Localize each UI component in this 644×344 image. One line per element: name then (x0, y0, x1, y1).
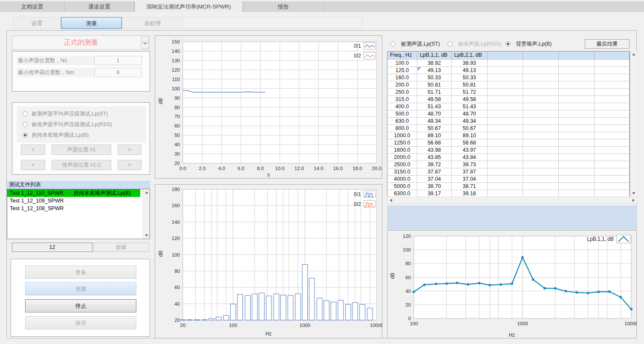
table-cell[interactable] (488, 168, 523, 175)
table-cell[interactable] (595, 81, 630, 88)
mic-position-button[interactable]: 传声器位置 #1-2 (52, 160, 111, 170)
table-cell[interactable]: 50.67 (417, 124, 452, 132)
result-table[interactable]: Freq., HzLpB,1,1, dBLpB,2,1, dB 100.038.… (387, 51, 630, 197)
table-cell[interactable]: 3150.0 (387, 168, 417, 175)
table-cell[interactable]: 1250.0 (387, 139, 417, 146)
table-cell[interactable] (523, 132, 559, 139)
table-cell[interactable] (559, 168, 595, 175)
table-cell[interactable] (523, 81, 559, 88)
table-cell[interactable] (595, 132, 630, 139)
table-cell[interactable] (559, 161, 595, 168)
table-cell[interactable]: 50.81 (452, 81, 488, 88)
table-cell[interactable] (523, 88, 559, 95)
table-cell[interactable] (595, 95, 630, 103)
table-cell[interactable]: 100.0 (387, 59, 417, 66)
table-cell[interactable] (595, 110, 630, 117)
new-file-button[interactable]: 新建 (93, 243, 149, 252)
table-cell[interactable]: 43.97 (452, 146, 488, 153)
table-cell[interactable] (523, 95, 559, 103)
table-cell[interactable]: 39.18 (452, 190, 488, 197)
table-cell[interactable] (488, 74, 523, 81)
measurement-mode-select[interactable]: 正式的测量 (12, 35, 150, 50)
table-cell[interactable] (523, 124, 559, 132)
combo-dropdown-button[interactable] (141, 37, 149, 49)
table-cell[interactable]: 2000.0 (387, 153, 417, 161)
table-cell[interactable] (595, 88, 630, 95)
file-list[interactable]: Test 1_12_110_SPWR房间本底噪声测试,Lp(B)Test 1_1… (7, 189, 150, 239)
min-source-positions-value[interactable]: 1 (94, 56, 142, 65)
table-cell[interactable] (488, 190, 523, 197)
table-cell[interactable]: 39.73 (452, 161, 488, 168)
table-cell[interactable]: 49.13 (417, 66, 452, 74)
table-cell[interactable] (559, 182, 595, 190)
table-cell[interactable] (523, 182, 559, 190)
table-cell[interactable] (488, 95, 523, 103)
table-cell[interactable] (488, 153, 523, 161)
table-cell[interactable] (595, 59, 630, 66)
stop-button[interactable]: 停止 (25, 299, 136, 312)
table-cell[interactable] (595, 175, 630, 182)
table-cell[interactable]: 49.34 (452, 117, 488, 124)
table-cell[interactable]: 400.0 (387, 103, 417, 110)
table-cell[interactable] (559, 139, 595, 146)
table-cell[interactable] (559, 117, 595, 124)
table-cell[interactable]: 51.43 (452, 103, 488, 110)
table-cell[interactable] (523, 153, 559, 161)
radio-lp-rss[interactable]: 标准声源平均声压级测试,Lp(RSS) (23, 121, 112, 128)
file-list-scrollbar[interactable] (143, 189, 150, 239)
source-prev-button[interactable]: < (21, 145, 45, 155)
table-cell[interactable]: 50.33 (417, 74, 452, 81)
table-cell[interactable]: 48.70 (452, 110, 488, 117)
table-cell[interactable]: 200.0 (387, 81, 417, 88)
table-cell[interactable] (523, 117, 559, 124)
mic-next-button[interactable]: > (118, 160, 142, 170)
list-item[interactable]: Test 1_12_108_SPWR (7, 205, 150, 212)
table-cell[interactable] (559, 110, 595, 117)
table-cell[interactable]: 38.70 (417, 182, 452, 190)
table-cell[interactable]: 49.58 (452, 95, 488, 103)
table-cell[interactable]: 56.68 (417, 139, 452, 146)
table-cell[interactable] (559, 146, 595, 153)
measure-button[interactable]: 测量 (25, 282, 136, 295)
tab-mcr-spwr[interactable]: 混响室法测试声功率(MCR-SPWR) (134, 1, 243, 12)
mic-prev-button[interactable]: < (21, 160, 45, 170)
table-cell[interactable]: 5000.0 (387, 182, 417, 190)
table-cell[interactable] (488, 175, 523, 182)
table-cell[interactable]: 51.71 (417, 88, 452, 95)
table-cell[interactable] (595, 146, 630, 153)
table-cell[interactable]: 43.98 (417, 146, 452, 153)
list-item[interactable]: Test 1_12_109_SPWR (7, 197, 150, 205)
save-button[interactable]: 保存 (25, 316, 136, 330)
table-cell[interactable]: 37.04 (452, 175, 488, 182)
table-cell[interactable]: 89.10 (452, 132, 488, 139)
source-position-button[interactable]: 声源位置 #1 (52, 145, 111, 155)
final-result-button[interactable]: 最后结果 (585, 39, 630, 49)
source-next-button[interactable]: > (118, 145, 142, 155)
table-cell[interactable] (559, 132, 595, 139)
table-cell[interactable] (595, 103, 630, 110)
table-cell[interactable]: 125.0 (387, 66, 417, 74)
table-cell[interactable] (595, 182, 630, 190)
table-cell[interactable]: 43.84 (452, 153, 488, 161)
table-cell[interactable] (488, 66, 523, 74)
table-cell[interactable] (523, 66, 559, 74)
table-cell[interactable]: 37.04 (417, 175, 452, 182)
table-cell[interactable]: 50.67 (452, 124, 488, 132)
table-cell[interactable] (595, 139, 630, 146)
table-cell[interactable] (523, 175, 559, 182)
table-cell[interactable]: 1600.0 (387, 146, 417, 153)
table-cell[interactable] (488, 132, 523, 139)
table-cell[interactable]: 800.0 (387, 124, 417, 132)
table-cell[interactable] (595, 168, 630, 175)
table-cell[interactable] (595, 124, 630, 132)
table-cell[interactable]: 50.81 (417, 81, 452, 88)
table-cell[interactable] (523, 146, 559, 153)
table-cell[interactable]: 1000.0 (387, 132, 417, 139)
table-cell[interactable]: 49.13 (452, 66, 488, 74)
file-count-button[interactable]: 12 (12, 243, 92, 252)
table-cell[interactable] (595, 190, 630, 197)
tab-document-settings[interactable]: 文档设置 (0, 1, 65, 12)
prepare-button[interactable]: 准备 (25, 266, 136, 279)
table-cell[interactable] (559, 103, 595, 110)
table-cell[interactable] (488, 88, 523, 95)
